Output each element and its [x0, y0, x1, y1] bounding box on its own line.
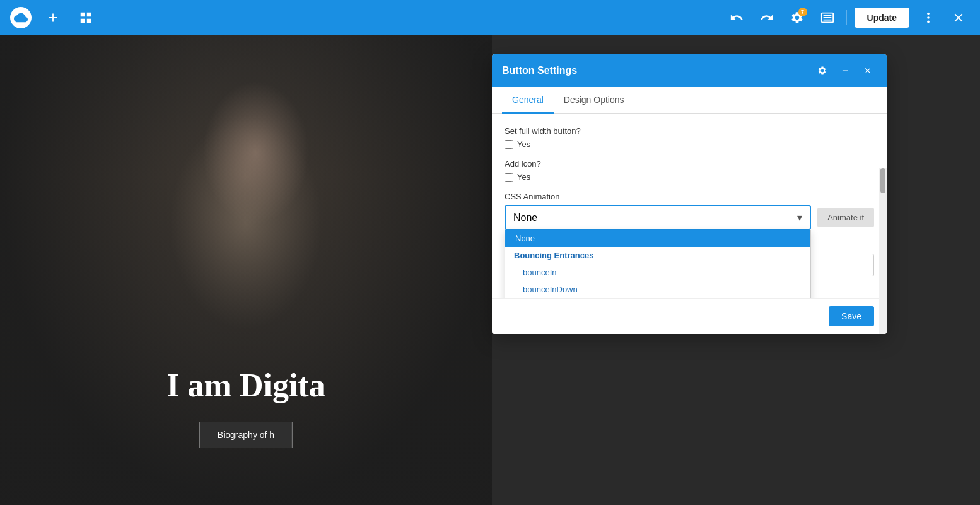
undo-button[interactable]: [725, 6, 748, 29]
add-icon-checkbox[interactable]: [505, 173, 513, 182]
css-animation-group: CSS Animation None ▾ None Bouncing Ent: [505, 192, 874, 246]
modal-footer: Save: [492, 298, 887, 334]
tab-general[interactable]: General: [502, 87, 554, 114]
add-icon-checkbox-row: Yes: [505, 172, 874, 182]
animation-dropdown-row: None ▾ None Bouncing Entrances bounceIn …: [505, 205, 874, 230]
svg-point-2: [927, 21, 930, 23]
option-bouncing-group: Bouncing Entrances: [505, 247, 810, 264]
canvas-area: I am Digita Biography of h Button Settin…: [0, 35, 980, 505]
add-icon-yes-label: Yes: [517, 172, 530, 182]
modal-content: Set full width button? Yes Add icon? Yes…: [492, 114, 887, 298]
option-bounceInDown[interactable]: bounceInDown: [505, 281, 810, 298]
modal-settings-button[interactable]: [814, 62, 831, 80]
full-width-checkbox-row: Yes: [505, 140, 874, 149]
hero-background: I am Digita Biography of h: [0, 35, 492, 505]
settings-with-badge: 7: [786, 6, 808, 29]
add-icon-label: Add icon?: [505, 159, 874, 169]
full-width-group: Set full width button? Yes: [505, 126, 874, 149]
modal-tabs: General Design Options: [492, 87, 887, 114]
topbar: 7 Update: [0, 0, 980, 35]
full-width-label: Set full width button?: [505, 126, 874, 136]
svg-point-1: [927, 16, 930, 19]
scrollbar-track: [879, 168, 887, 334]
more-options-button[interactable]: [917, 6, 940, 29]
svg-point-0: [927, 13, 930, 15]
modal-header: Button Settings: [492, 54, 887, 87]
notification-badge: 7: [798, 8, 807, 16]
animate-it-button[interactable]: Animate it: [817, 208, 874, 227]
topbar-right: 7 Update: [725, 6, 970, 29]
hero-cta-button[interactable]: Biography of h: [199, 422, 293, 448]
scrollbar-thumb[interactable]: [880, 168, 885, 193]
tab-design-options[interactable]: Design Options: [554, 87, 634, 114]
divider: [846, 10, 847, 25]
animation-dropdown-container: None ▾ None Bouncing Entrances bounceIn …: [505, 205, 811, 230]
modal-header-actions: [814, 62, 877, 80]
cloud-logo[interactable]: [10, 7, 32, 28]
add-icon-group: Add icon? Yes: [505, 159, 874, 182]
redo-button[interactable]: [755, 6, 778, 29]
add-button[interactable]: [42, 6, 64, 29]
option-bounceIn[interactable]: bounceIn: [505, 264, 810, 281]
full-width-checkbox[interactable]: [505, 140, 513, 149]
hero-heading: I am Digita: [166, 367, 325, 404]
save-button[interactable]: Save: [829, 306, 874, 326]
dropdown-chevron-icon: ▾: [797, 211, 802, 223]
modal-title: Button Settings: [502, 65, 577, 76]
grid-button[interactable]: [74, 6, 97, 29]
preview-button[interactable]: [816, 6, 839, 29]
animation-dropdown-wrapper: None ▾: [505, 205, 811, 230]
animation-dropdown-value: None: [513, 212, 537, 223]
topbar-left: [10, 6, 97, 29]
full-width-yes-label: Yes: [517, 140, 530, 149]
animation-dropdown-trigger[interactable]: None ▾: [505, 205, 811, 230]
button-settings-modal: Button Settings General Design Options: [492, 54, 887, 334]
animation-dropdown-list: None Bouncing Entrances bounceIn bounceI…: [505, 230, 811, 298]
modal-minimize-button[interactable]: [836, 62, 854, 80]
close-topbar-button[interactable]: [947, 6, 970, 29]
css-animation-label: CSS Animation: [505, 192, 874, 201]
update-button[interactable]: Update: [855, 8, 909, 28]
option-none[interactable]: None: [505, 230, 810, 247]
modal-close-button[interactable]: [859, 62, 877, 80]
